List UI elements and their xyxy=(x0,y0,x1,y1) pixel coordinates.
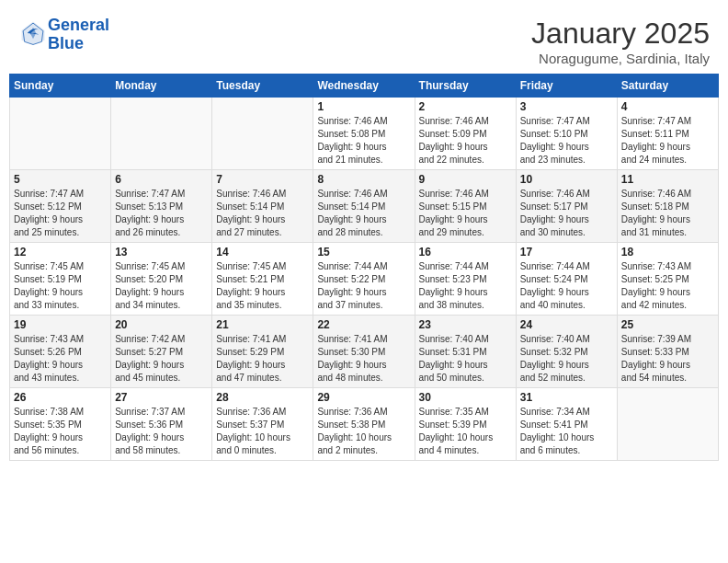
day-number: 16 xyxy=(419,246,512,259)
calendar-day-cell: 5Sunrise: 7:47 AM Sunset: 5:12 PM Daylig… xyxy=(10,170,111,243)
day-number: 30 xyxy=(419,391,512,404)
calendar-day-cell: 17Sunrise: 7:44 AM Sunset: 5:24 PM Dayli… xyxy=(516,243,617,316)
day-number: 24 xyxy=(520,318,613,331)
calendar-day-cell xyxy=(111,98,212,170)
day-info: Sunrise: 7:45 AM Sunset: 5:20 PM Dayligh… xyxy=(115,260,208,312)
calendar-day-cell: 12Sunrise: 7:45 AM Sunset: 5:19 PM Dayli… xyxy=(10,243,111,316)
day-number: 29 xyxy=(317,391,410,404)
day-info: Sunrise: 7:44 AM Sunset: 5:24 PM Dayligh… xyxy=(520,260,613,312)
day-info: Sunrise: 7:46 AM Sunset: 5:14 PM Dayligh… xyxy=(216,188,309,239)
day-info: Sunrise: 7:40 AM Sunset: 5:31 PM Dayligh… xyxy=(419,333,512,385)
day-info: Sunrise: 7:46 AM Sunset: 5:14 PM Dayligh… xyxy=(317,188,410,239)
calendar-day-cell: 21Sunrise: 7:41 AM Sunset: 5:29 PM Dayli… xyxy=(212,316,313,388)
weekday-header-monday: Monday xyxy=(111,75,212,98)
day-info: Sunrise: 7:46 AM Sunset: 5:15 PM Dayligh… xyxy=(419,188,512,239)
logo: General Blue xyxy=(18,17,109,53)
calendar-week-row: 12Sunrise: 7:45 AM Sunset: 5:19 PM Dayli… xyxy=(10,243,719,316)
calendar-day-cell: 4Sunrise: 7:47 AM Sunset: 5:11 PM Daylig… xyxy=(617,98,718,170)
location: Noragugume, Sardinia, Italy xyxy=(531,51,710,66)
calendar-day-cell: 22Sunrise: 7:41 AM Sunset: 5:30 PM Dayli… xyxy=(313,316,415,388)
day-info: Sunrise: 7:43 AM Sunset: 5:25 PM Dayligh… xyxy=(621,260,714,312)
day-number: 14 xyxy=(216,246,309,259)
day-number: 25 xyxy=(621,318,714,331)
calendar-day-cell: 14Sunrise: 7:45 AM Sunset: 5:21 PM Dayli… xyxy=(212,243,313,316)
calendar-day-cell: 9Sunrise: 7:46 AM Sunset: 5:15 PM Daylig… xyxy=(415,170,516,243)
calendar-day-cell xyxy=(212,98,313,170)
day-info: Sunrise: 7:46 AM Sunset: 5:17 PM Dayligh… xyxy=(520,188,613,239)
day-number: 15 xyxy=(317,246,410,259)
calendar-day-cell: 27Sunrise: 7:37 AM Sunset: 5:36 PM Dayli… xyxy=(111,388,212,461)
day-info: Sunrise: 7:47 AM Sunset: 5:13 PM Dayligh… xyxy=(115,188,208,239)
calendar-day-cell: 15Sunrise: 7:44 AM Sunset: 5:22 PM Dayli… xyxy=(313,243,415,316)
day-info: Sunrise: 7:38 AM Sunset: 5:35 PM Dayligh… xyxy=(14,406,107,457)
calendar-day-cell: 23Sunrise: 7:40 AM Sunset: 5:31 PM Dayli… xyxy=(415,316,516,388)
day-info: Sunrise: 7:45 AM Sunset: 5:21 PM Dayligh… xyxy=(216,260,309,312)
calendar-day-cell: 28Sunrise: 7:36 AM Sunset: 5:37 PM Dayli… xyxy=(212,388,313,461)
day-info: Sunrise: 7:41 AM Sunset: 5:30 PM Dayligh… xyxy=(317,333,410,385)
day-info: Sunrise: 7:41 AM Sunset: 5:29 PM Dayligh… xyxy=(216,333,309,385)
day-info: Sunrise: 7:35 AM Sunset: 5:39 PM Dayligh… xyxy=(419,406,512,457)
weekday-header-sunday: Sunday xyxy=(10,75,111,98)
logo-text: General Blue xyxy=(48,17,109,53)
calendar-week-row: 19Sunrise: 7:43 AM Sunset: 5:26 PM Dayli… xyxy=(10,316,719,388)
day-number: 2 xyxy=(419,100,512,113)
calendar-day-cell: 11Sunrise: 7:46 AM Sunset: 5:18 PM Dayli… xyxy=(617,170,718,243)
day-info: Sunrise: 7:44 AM Sunset: 5:23 PM Dayligh… xyxy=(419,260,512,312)
weekday-header-thursday: Thursday xyxy=(415,75,516,98)
weekday-header-tuesday: Tuesday xyxy=(212,75,313,98)
day-info: Sunrise: 7:47 AM Sunset: 5:11 PM Dayligh… xyxy=(621,115,714,167)
calendar-day-cell: 13Sunrise: 7:45 AM Sunset: 5:20 PM Dayli… xyxy=(111,243,212,316)
day-number: 1 xyxy=(317,100,410,113)
day-info: Sunrise: 7:40 AM Sunset: 5:32 PM Dayligh… xyxy=(520,333,613,385)
day-number: 3 xyxy=(520,100,613,113)
day-info: Sunrise: 7:46 AM Sunset: 5:08 PM Dayligh… xyxy=(317,115,410,167)
day-info: Sunrise: 7:46 AM Sunset: 5:18 PM Dayligh… xyxy=(621,188,714,239)
calendar-day-cell: 6Sunrise: 7:47 AM Sunset: 5:13 PM Daylig… xyxy=(111,170,212,243)
calendar-day-cell: 26Sunrise: 7:38 AM Sunset: 5:35 PM Dayli… xyxy=(10,388,111,461)
day-number: 7 xyxy=(216,173,309,186)
calendar-day-cell xyxy=(10,98,111,170)
day-info: Sunrise: 7:47 AM Sunset: 5:12 PM Dayligh… xyxy=(14,188,107,239)
calendar-day-cell: 25Sunrise: 7:39 AM Sunset: 5:33 PM Dayli… xyxy=(617,316,718,388)
day-number: 8 xyxy=(317,173,410,186)
calendar-week-row: 5Sunrise: 7:47 AM Sunset: 5:12 PM Daylig… xyxy=(10,170,719,243)
calendar-day-cell: 10Sunrise: 7:46 AM Sunset: 5:17 PM Dayli… xyxy=(516,170,617,243)
calendar-day-cell: 16Sunrise: 7:44 AM Sunset: 5:23 PM Dayli… xyxy=(415,243,516,316)
day-info: Sunrise: 7:42 AM Sunset: 5:27 PM Dayligh… xyxy=(115,333,208,385)
day-number: 11 xyxy=(621,173,714,186)
calendar-day-cell: 19Sunrise: 7:43 AM Sunset: 5:26 PM Dayli… xyxy=(10,316,111,388)
day-number: 13 xyxy=(115,246,208,259)
day-info: Sunrise: 7:44 AM Sunset: 5:22 PM Dayligh… xyxy=(317,260,410,312)
weekday-header-saturday: Saturday xyxy=(617,75,718,98)
calendar-day-cell: 7Sunrise: 7:46 AM Sunset: 5:14 PM Daylig… xyxy=(212,170,313,243)
day-number: 31 xyxy=(520,391,613,404)
day-number: 22 xyxy=(317,318,410,331)
day-number: 21 xyxy=(216,318,309,331)
day-number: 19 xyxy=(14,318,107,331)
calendar-day-cell: 3Sunrise: 7:47 AM Sunset: 5:10 PM Daylig… xyxy=(516,98,617,170)
day-info: Sunrise: 7:46 AM Sunset: 5:09 PM Dayligh… xyxy=(419,115,512,167)
day-info: Sunrise: 7:45 AM Sunset: 5:19 PM Dayligh… xyxy=(14,260,107,312)
calendar-week-row: 1Sunrise: 7:46 AM Sunset: 5:08 PM Daylig… xyxy=(10,98,719,170)
day-info: Sunrise: 7:47 AM Sunset: 5:10 PM Dayligh… xyxy=(520,115,613,167)
weekday-header-row: SundayMondayTuesdayWednesdayThursdayFrid… xyxy=(10,75,719,98)
day-number: 5 xyxy=(14,173,107,186)
day-number: 17 xyxy=(520,246,613,259)
logo-icon xyxy=(20,20,46,46)
calendar-week-row: 26Sunrise: 7:38 AM Sunset: 5:35 PM Dayli… xyxy=(10,388,719,461)
day-number: 27 xyxy=(115,391,208,404)
day-info: Sunrise: 7:36 AM Sunset: 5:37 PM Dayligh… xyxy=(216,406,309,457)
day-info: Sunrise: 7:37 AM Sunset: 5:36 PM Dayligh… xyxy=(115,406,208,457)
day-info: Sunrise: 7:43 AM Sunset: 5:26 PM Dayligh… xyxy=(14,333,107,385)
day-number: 26 xyxy=(14,391,107,404)
calendar-day-cell: 31Sunrise: 7:34 AM Sunset: 5:41 PM Dayli… xyxy=(516,388,617,461)
calendar-day-cell xyxy=(617,388,718,461)
day-number: 9 xyxy=(419,173,512,186)
day-info: Sunrise: 7:36 AM Sunset: 5:38 PM Dayligh… xyxy=(317,406,410,457)
calendar-day-cell: 1Sunrise: 7:46 AM Sunset: 5:08 PM Daylig… xyxy=(313,98,415,170)
title-area: January 2025 Noragugume, Sardinia, Italy xyxy=(531,17,710,66)
day-number: 23 xyxy=(419,318,512,331)
calendar-day-cell: 2Sunrise: 7:46 AM Sunset: 5:09 PM Daylig… xyxy=(415,98,516,170)
calendar-table: SundayMondayTuesdayWednesdayThursdayFrid… xyxy=(9,74,719,461)
calendar-day-cell: 8Sunrise: 7:46 AM Sunset: 5:14 PM Daylig… xyxy=(313,170,415,243)
